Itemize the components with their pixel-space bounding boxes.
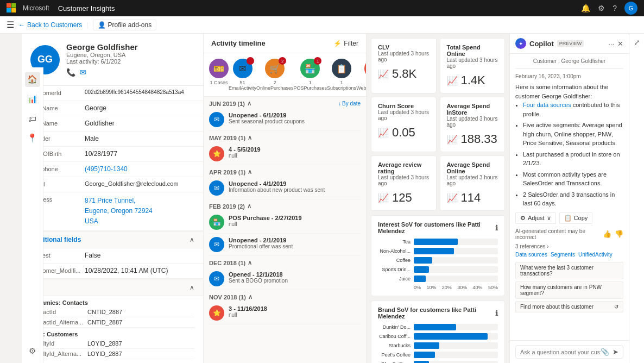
- hamburger-menu[interactable]: ☰: [4, 17, 16, 32]
- ms-logo: [7, 3, 16, 13]
- svg-rect-0: [7, 3, 11, 8]
- company-label: Microsoft: [23, 4, 49, 12]
- back-label: Back to Customers: [27, 21, 82, 29]
- notification-icon[interactable]: 🔔: [581, 4, 590, 12]
- settings-icon[interactable]: ⚙: [598, 4, 605, 12]
- user-avatar[interactable]: G: [624, 2, 637, 15]
- profile-addon-btn[interactable]: 👤 Profile add-ons: [93, 20, 157, 30]
- help-icon[interactable]: ?: [613, 4, 617, 12]
- svg-rect-1: [11, 3, 16, 8]
- back-arrow-icon: ←: [18, 21, 25, 29]
- profile-icon: 👤: [98, 21, 106, 29]
- top-nav: Microsoft Customer Insights 🔔 ⚙ ? G: [0, 0, 644, 16]
- svg-rect-3: [11, 8, 16, 12]
- second-bar: ☰ ← Back to Customers | 👤 Profile add-on…: [0, 16, 644, 34]
- profile-addon-label: Profile add-ons: [108, 21, 152, 29]
- back-to-customers-btn[interactable]: ← Back to Customers: [18, 21, 82, 29]
- svg-rect-2: [7, 8, 11, 12]
- app-title: Customer Insights: [58, 4, 115, 12]
- top-nav-icons: 🔔 ⚙ ? G: [581, 2, 637, 15]
